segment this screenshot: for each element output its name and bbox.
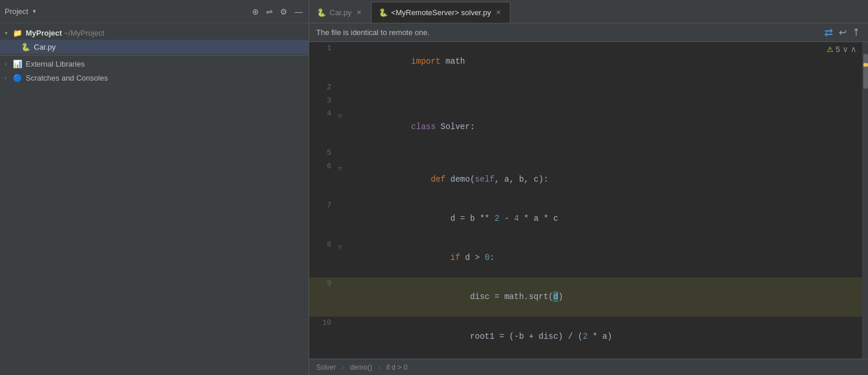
code-content: d = b ** 2 - 4 * a * c (352, 199, 862, 238)
gutter: ▽ (338, 107, 352, 147)
project-tree: ▾ 📁 MyProject ~/MyProject 🐍 Car.py › 📊 E… (0, 23, 309, 375)
scratches-icon: 🔵 (13, 74, 23, 82)
breadcrumb-if: if d > 0 (386, 363, 407, 371)
chevron-icon: › (5, 75, 13, 81)
settings-icon[interactable]: ⚙ (279, 6, 289, 18)
code-line-11: 11 root2 = (-b - disc) / (2 * a) (309, 356, 862, 359)
code-token: * a * c (519, 214, 558, 223)
fold-icon[interactable]: ▽ (338, 113, 342, 120)
notification-bar: The file is identical to remote one. ⇄ ↩… (309, 23, 868, 42)
gutter (338, 317, 352, 356)
keyword-token: if (450, 253, 460, 262)
code-line-3: 3 (309, 95, 862, 107)
add-icon[interactable]: ⊕ (251, 6, 260, 18)
fold-icon[interactable]: ▽ (338, 244, 342, 251)
code-content: import math (352, 42, 862, 81)
code-content: root2 = (-b - disc) / (2 * a) (352, 356, 862, 359)
keyword-token: import (411, 57, 440, 66)
code-line-6: 6 ▽ def demo(self, a, b, c): (309, 160, 862, 199)
code-content: if d > 0: (352, 238, 862, 277)
tab-close-button[interactable]: ✕ (355, 9, 363, 17)
sidebar-item-label: Car.py (34, 43, 56, 51)
code-token: - (499, 214, 514, 223)
tab-car-py[interactable]: 🐍 Car.py ✕ (309, 2, 371, 23)
tab-solver-py[interactable]: 🐍 <MyRemoteServer> solver.py ✕ (371, 2, 510, 23)
code-content (352, 81, 862, 94)
code-token: , a, b, c): (495, 175, 548, 184)
status-bar: Solver › demo() › if d > 0 (309, 359, 868, 375)
code-scroll[interactable]: ⚠ 5 ∨ ∧ 1 import math 2 (309, 42, 862, 359)
tab-close-button[interactable]: ✕ (495, 9, 503, 17)
code-token: * a) (587, 332, 612, 341)
code-content: disc = math.sqrt(d) (352, 277, 862, 317)
upload-icon[interactable]: ⤒ (851, 26, 861, 39)
code-token: Solver: (436, 122, 475, 131)
undo-icon[interactable]: ↩ (838, 26, 848, 39)
warning-nav-up[interactable]: ∧ (850, 44, 856, 54)
minimize-icon[interactable]: — (293, 6, 304, 18)
number-token: 2 (495, 214, 499, 223)
notification-actions: ⇄ ↩ ⤒ (823, 25, 861, 40)
python-tab-icon: 🐍 (379, 8, 388, 17)
line-number: 10 (309, 317, 338, 356)
line-number: 9 (309, 277, 338, 317)
code-content (352, 147, 862, 159)
line-number: 2 (309, 81, 338, 94)
line-number: 5 (309, 147, 338, 159)
code-token: math (440, 57, 465, 66)
code-token: root1 = (-b + disc) / ( (411, 332, 583, 341)
code-token: demo( (446, 175, 475, 184)
breadcrumb-sep: › (378, 363, 380, 371)
tab-label: Car.py (330, 8, 352, 17)
code-content: class Solver: (352, 107, 862, 147)
vertical-scrollbar[interactable] (862, 42, 868, 359)
code-content: def demo(self, a, b, c): (352, 160, 862, 199)
code-line-4: 4 ▽ class Solver: (309, 107, 862, 147)
sidebar-header: Project ▾ ⊕ ⇌ ⚙ — (0, 0, 309, 23)
scroll-thumb[interactable] (863, 54, 868, 89)
divider (0, 55, 309, 55)
warning-badge: ⚠ 5 ∨ ∧ (827, 44, 856, 54)
code-token: : (489, 253, 494, 262)
gutter (338, 95, 352, 107)
chevron-icon: › (5, 61, 13, 67)
folder-icon: 📁 (13, 29, 23, 37)
code-token (411, 253, 450, 262)
code-token (411, 175, 431, 184)
layout-icon[interactable]: ⇌ (265, 6, 274, 18)
sidebar-item-scratches[interactable]: › 🔵 Scratches and Consoles (0, 71, 309, 85)
code-line-1: 1 import math (309, 42, 862, 81)
gutter (338, 199, 352, 238)
cursor-token: d (553, 291, 558, 302)
sidebar: Project ▾ ⊕ ⇌ ⚙ — ▾ 📁 MyProject ~/MyProj… (0, 0, 309, 375)
code-container: ⚠ 5 ∨ ∧ 1 import math 2 (309, 42, 868, 359)
line-number: 8 (309, 238, 338, 277)
breadcrumb-sep: › (342, 363, 344, 371)
gutter: ▽ (338, 160, 352, 199)
code-line-5: 5 (309, 147, 862, 159)
sidebar-item-label: External Libraries (26, 60, 85, 68)
line-number: 6 (309, 160, 338, 199)
chevron-down-icon: ▾ (33, 8, 36, 15)
code-line-9: 9 disc = math.sqrt(d) (309, 277, 862, 317)
line-number: 1 (309, 42, 338, 81)
gutter: ▽ (338, 238, 352, 277)
gutter (338, 147, 352, 159)
warning-nav-down[interactable]: ∨ (842, 44, 848, 54)
sidebar-item-car-py[interactable]: 🐍 Car.py (0, 40, 309, 54)
sidebar-item-myproject[interactable]: ▾ 📁 MyProject ~/MyProject (0, 26, 309, 40)
code-line-10: 10 root1 = (-b + disc) / (2 * a) (309, 317, 862, 356)
fold-icon[interactable]: ▽ (338, 165, 342, 172)
code-line-2: 2 (309, 81, 862, 94)
gutter (338, 277, 352, 317)
code-token: d = b ** (411, 214, 495, 223)
tab-label: <MyRemoteServer> solver.py (391, 8, 491, 17)
code-token: disc = math.sqrt( (411, 292, 554, 301)
line-number: 11 (309, 356, 338, 359)
warning-icon: ⚠ (827, 45, 834, 54)
warning-count: 5 (836, 45, 840, 54)
sidebar-item-external-libs[interactable]: › 📊 External Libraries (0, 57, 309, 71)
sync-icon[interactable]: ⇄ (823, 25, 834, 40)
sidebar-title: Project (5, 7, 28, 16)
sidebar-item-label: MyProject ~/MyProject (26, 29, 104, 37)
